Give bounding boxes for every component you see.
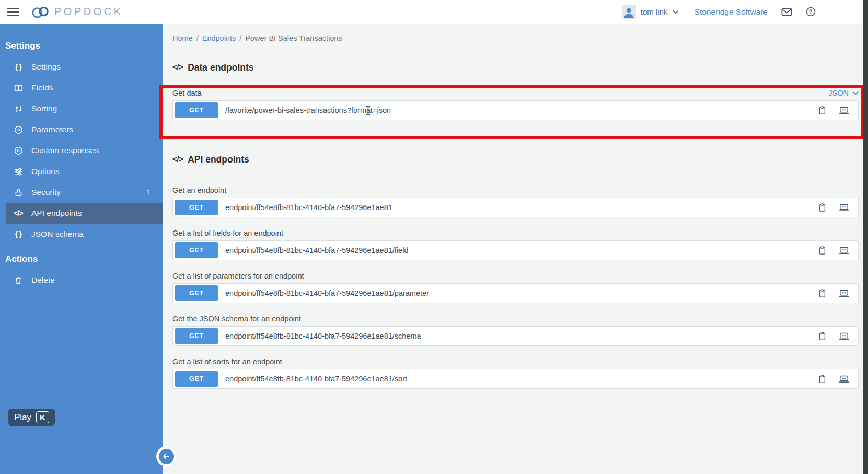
endpoint-label: Get a list of fields for an endpoint [172,229,283,237]
trash-icon [13,276,24,285]
endpoint-row: GET endpoint/ff54e8fb-81bc-4140-bfa7-594… [172,283,859,303]
copy-clipboard-icon[interactable] [818,246,826,255]
sort-icon [13,105,24,113]
get-method-button[interactable]: GET [175,285,218,301]
endpoint-group: Get a list of sorts for an endpoint GET … [172,356,859,389]
sidebar-item-label: Delete [31,275,55,285]
sidebar-item-security[interactable]: Security 1 [0,182,163,203]
copy-clipboard-icon[interactable] [818,331,826,341]
breadcrumb-current: Power BI Sales Transactions [245,34,342,42]
get-data-block: Get data JSON GET /favorite/power-bi-sal… [172,88,859,120]
sidebar-item-label: Options [31,167,59,176]
sidebar-section-actions: Actions [5,254,163,264]
sidebar: Settings { } Settings Fields Sorting [0,24,163,474]
format-dropdown[interactable]: JSON [828,89,859,97]
get-method-button[interactable]: GET [175,242,218,258]
breadcrumb-home[interactable]: Home [172,34,193,42]
sidebar-item-parameters[interactable]: Parameters [0,119,163,140]
get-method-button[interactable]: GET [175,328,218,344]
console-icon[interactable] [839,107,849,114]
api-endpoints-heading: </> API endpoints [172,154,859,165]
sliders-icon [13,167,24,176]
key-badge: K [36,411,49,423]
endpoint-row: GET endpoint/ff54e8fb-81bc-4140-bfa7-594… [172,240,859,260]
sidebar-collapse-button[interactable] [156,446,176,466]
sidebar-item-json-schema[interactable]: { } JSON schema [0,224,163,245]
sidebar-item-fields[interactable]: Fields [0,77,163,98]
sidebar-item-label: Security [31,188,61,197]
endpoint-label: Get the JSON schema for an endpoint [172,315,301,323]
app-window: POPDOCK tom link Stoneridge Software [0,0,868,474]
endpoint-row: GET endpoint/ff54e8fb-81bc-4140-bfa7-594… [172,198,859,217]
lock-icon [13,188,24,197]
endpoint-url-field[interactable]: endpoint/ff54e8fb-81bc-4140-bfa7-594296e… [225,246,408,255]
sidebar-item-sorting[interactable]: Sorting [0,98,163,119]
get-method-button[interactable]: GET [175,371,218,387]
chevron-down-icon [852,91,859,95]
get-method-button[interactable]: GET [175,200,218,215]
endpoint-url-field[interactable]: endpoint/ff54e8fb-81bc-4140-bfa7-594296e… [225,375,407,383]
user-menu[interactable]: tom link [622,5,679,19]
organization-link[interactable]: Stoneridge Software [695,7,768,17]
sidebar-item-label: Sorting [31,104,57,113]
endpoint-label: Get a list of parameters for an endpoint [172,272,304,280]
mail-icon[interactable] [781,8,792,16]
console-icon[interactable] [839,204,849,212]
format-dropdown-value: JSON [828,89,849,97]
endpoint-group: Get an endpoint GET endpoint/ff54e8fb-81… [172,185,859,217]
endpoint-group: Get a list of fields for an endpoint GET… [172,228,859,260]
breadcrumb: Home / Endpoints / Power BI Sales Transa… [172,24,859,42]
endpoint-group: Get the JSON schema for an endpoint GET … [172,314,859,346]
console-icon[interactable] [839,247,849,255]
data-endpoints-heading: </> Data endpoints [172,62,859,73]
heading-text: API endpoints [188,154,249,165]
copy-clipboard-icon[interactable] [818,106,826,115]
console-icon[interactable] [839,332,849,340]
endpoint-label: Get an endpoint [172,186,226,194]
logo-text: POPDOCK [54,6,123,18]
endpoint-group: Get a list of parameters for an endpoint… [172,271,859,303]
sidebar-item-label: Parameters [31,125,73,134]
sidebar-item-label: API endpoints [31,209,82,218]
top-bar: POPDOCK tom link Stoneridge Software [0,0,868,24]
sidebar-item-settings[interactable]: { } Settings [0,56,163,77]
heading-text: Data endpoints [188,62,253,73]
code-icon: </> [172,63,183,72]
main-panel: Home / Endpoints / Power BI Sales Transa… [163,24,868,474]
console-icon[interactable] [839,375,849,383]
copy-clipboard-icon[interactable] [818,203,826,212]
endpoint-url-field[interactable]: /favorite/power-bi-sales-transactions?fo… [225,106,391,114]
sidebar-item-options[interactable]: Options [0,161,163,182]
sidebar-item-label: JSON schema [31,229,84,239]
endpoint-url-field[interactable]: endpoint/ff54e8fb-81bc-4140-bfa7-594296e… [225,289,429,297]
copy-clipboard-icon[interactable] [818,288,826,298]
play-key-overlay: Play K [8,409,55,426]
breadcrumb-endpoints[interactable]: Endpoints [202,34,236,42]
right-screen-edge [863,0,868,474]
code-icon: </> [172,155,183,164]
braces-icon: { } [13,63,24,71]
user-avatar [622,5,636,19]
hamburger-menu-icon[interactable] [7,8,19,16]
sidebar-item-custom-responses[interactable]: Custom responses [0,140,163,161]
sidebar-item-label: Custom responses [31,146,99,155]
endpoint-url-field[interactable]: endpoint/ff54e8fb-81bc-4140-bfa7-594296e… [225,203,392,212]
endpoint-label: Get a list of sorts for an endpoint [172,357,282,366]
breadcrumb-separator: / [239,34,241,42]
get-data-row: GET /favorite/power-bi-sales-transaction… [172,100,859,120]
sidebar-item-delete[interactable]: Delete [0,270,163,291]
sidebar-item-api-endpoints[interactable]: </> API endpoints [0,203,163,224]
popdock-logo[interactable]: POPDOCK [30,5,123,19]
endpoint-row: GET endpoint/ff54e8fb-81bc-4140-bfa7-594… [172,369,859,389]
endpoint-url-field[interactable]: endpoint/ff54e8fb-81bc-4140-bfa7-594296e… [225,332,421,340]
console-icon[interactable] [839,290,849,297]
get-method-button[interactable]: GET [175,102,218,118]
popdock-cloud-icon [30,5,50,19]
arrow-left-icon [163,453,170,459]
copy-clipboard-icon[interactable] [818,374,826,384]
help-icon[interactable]: ? [806,7,816,17]
sidebar-section-settings: Settings [5,24,163,51]
code-icon: </> [13,209,24,217]
columns-icon [13,84,24,93]
svg-text:?: ? [809,9,812,15]
